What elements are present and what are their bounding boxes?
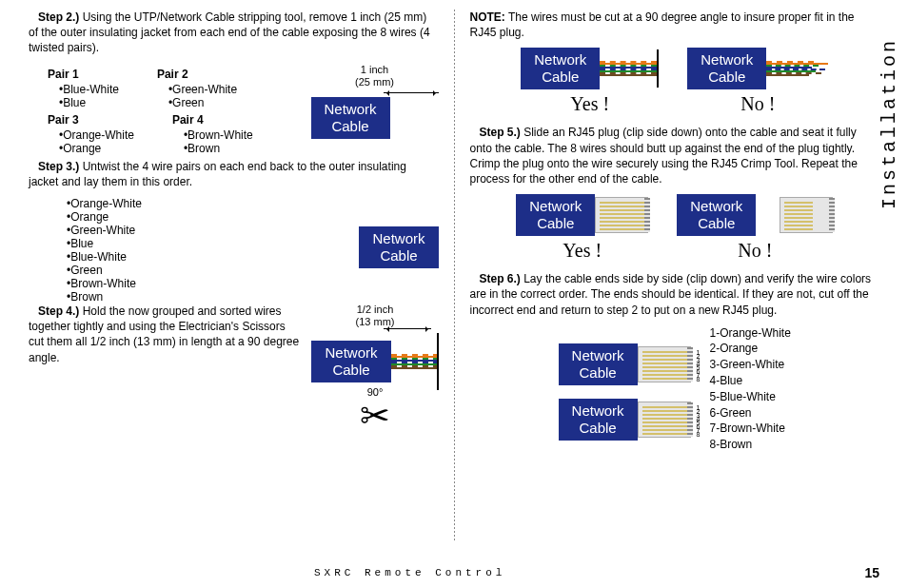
step4-heading: Step 4.) [38, 304, 79, 318]
left-column: Step 2.) Using the UTP/Network Cable str… [29, 10, 439, 542]
step5-heading: Step 5.) [480, 126, 521, 139]
step2-heading: Step 2.) [38, 10, 79, 24]
step5-yesno-figure: NetworkCable Yes ! NetworkCable [470, 194, 880, 262]
wire-order-list: Orange-White Orange Green-White Blue Blu… [67, 197, 142, 304]
column-divider [454, 10, 455, 542]
pair3: Pair 3 Orange-White Orange [48, 113, 134, 155]
step2-figure: 1 inch (25 mm) NetworkCable [311, 64, 439, 150]
footer-title: SXRC Remote Control [314, 567, 505, 578]
step5-text: Step 5.) Slide an RJ45 plug (clip side d… [470, 125, 880, 186]
page-columns: Step 2.) Using the UTP/Network Cable str… [29, 10, 879, 542]
step6-heading: Step 6.) [480, 272, 521, 285]
right-column: NOTE: The wires must be cut at a 90 degr… [470, 10, 880, 542]
step6-text: Step 6.) Lay the cable ends side by side… [470, 271, 880, 318]
step3-heading: Step 3.) [38, 160, 79, 173]
step4-yesno-figure: NetworkCable Yes ! NetworkCable No ! [470, 48, 880, 115]
cable-label: NetworkCable [311, 97, 390, 139]
pinout-list: 1-Orange-White 2-Orange 3-Green-White 4-… [710, 325, 791, 453]
rj45-plug-icon [595, 197, 648, 233]
step3-text: Step 3.) Untwist the 4 wire pairs on eac… [29, 159, 439, 189]
pair4: Pair 4 Brown-White Brown [172, 113, 253, 155]
scissors-icon: ✂ [311, 398, 438, 434]
pair1: Pair 1 Blue-White Blue [48, 68, 119, 109]
step4-text: Step 4.) Hold the now grouped and sorted… [29, 304, 302, 426]
step3-figure: NetworkCable [359, 221, 438, 280]
note-text: NOTE: The wires must be cut at a 90 degr… [470, 10, 880, 40]
step4-figure: 1/2 inch (13 mm) NetworkCable [311, 304, 438, 434]
note-heading: NOTE: [470, 10, 505, 24]
pair2: Pair 2 Green-White Green [157, 68, 237, 109]
side-tab-label: Installation [878, 38, 900, 209]
yes-label: Yes ! [521, 93, 659, 115]
footer: SXRC Remote Control 15 [0, 565, 879, 580]
step2-text: Step 2.) Using the UTP/Network Cable str… [29, 10, 439, 56]
rj45-plug-icon [780, 197, 833, 233]
page-number: 15 [864, 565, 879, 580]
step6-figure: NetworkCable 12345678 NetworkCable 12345… [470, 325, 880, 453]
no-label: No ! [687, 93, 828, 115]
